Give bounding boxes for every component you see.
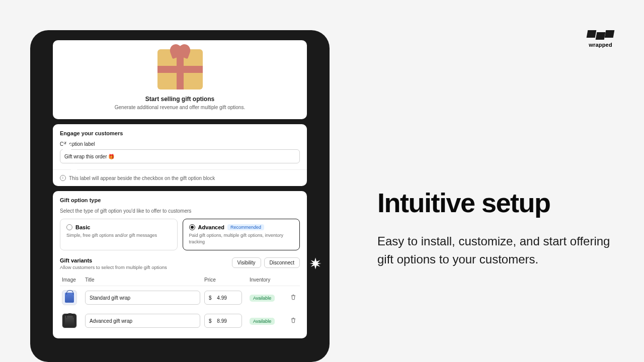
gift-label-value: Gift wrap this order 🎁	[64, 154, 114, 159]
variant-title-input[interactable]: Standard gift wrap	[85, 291, 200, 305]
gift-label-input[interactable]: Gift wrap this order 🎁	[60, 149, 300, 163]
variant-price-input[interactable]: $ 8.99	[204, 314, 242, 328]
col-inventory: Inventory	[248, 274, 288, 286]
gift-type-title: Gift option type	[60, 197, 300, 203]
hero-title: Start selling gift options	[62, 96, 298, 103]
engage-section-title: Engage your customers	[60, 130, 300, 136]
visibility-button[interactable]: Visibility	[232, 257, 261, 268]
gift-label-helper: i This label will appear beside the chec…	[53, 169, 307, 186]
option-advanced-desc: Paid gift options, multiple gift options…	[189, 232, 294, 245]
variant-thumb[interactable]	[62, 313, 77, 328]
inventory-badge: Available	[250, 318, 275, 325]
variant-price-input[interactable]: $ 4.99	[204, 291, 242, 305]
engage-card: Engage your customers Gift option label …	[53, 124, 307, 186]
option-basic[interactable]: Basic Simple, free gift options and/or g…	[60, 219, 178, 250]
variant-title-input[interactable]: Advanced gift wrap	[85, 314, 200, 328]
option-basic-desc: Simple, free gift options and/or gift me…	[66, 232, 171, 239]
gift-box-icon	[157, 49, 203, 89]
option-advanced-title: Advanced	[198, 224, 225, 230]
radio-icon	[189, 224, 195, 230]
delete-icon[interactable]	[290, 294, 297, 301]
marketing-body: Easy to install, customize, and start of…	[377, 232, 614, 268]
app-preview-frame: Start selling gift options Generate addi…	[30, 30, 330, 362]
gift-variants-sub: Allow customers to select from multiple …	[60, 264, 167, 270]
option-advanced[interactable]: Advanced Recommended Paid gift options, …	[183, 219, 300, 250]
variants-table: Image Title Price Inventory Standard gif…	[60, 274, 300, 332]
radio-icon	[66, 224, 72, 230]
gift-label-field-label: Gift option label	[60, 141, 300, 147]
hero-subtitle: Generate additional revenue and offer mu…	[62, 105, 298, 110]
disconnect-button[interactable]: Disconnect	[264, 257, 300, 268]
gift-variants-title: Gift variants	[60, 257, 167, 263]
variant-thumb[interactable]	[62, 290, 77, 305]
info-icon: i	[60, 175, 66, 181]
col-image: Image	[60, 274, 83, 286]
gift-type-card: Gift option type Select the type of gift…	[53, 191, 307, 338]
brand-logo: wrapped	[587, 30, 614, 48]
col-price: Price	[202, 274, 248, 286]
gift-type-desc: Select the type of gift option you'd lik…	[60, 208, 300, 214]
col-title: Title	[83, 274, 202, 286]
sparkle-icon	[308, 256, 323, 270]
hero-card: Start selling gift options Generate addi…	[53, 40, 307, 119]
option-basic-title: Basic	[75, 224, 90, 230]
brand-mark-icon	[587, 30, 614, 40]
inventory-badge: Available	[250, 295, 275, 302]
recommended-badge: Recommended	[227, 224, 264, 230]
delete-icon[interactable]	[290, 317, 297, 324]
table-row: Advanced gift wrap $ 8.99 Available	[60, 309, 300, 332]
brand-name: wrapped	[587, 42, 614, 48]
table-row: Standard gift wrap $ 4.99 Available	[60, 286, 300, 310]
marketing-headline: Intuitive setup	[377, 189, 614, 217]
